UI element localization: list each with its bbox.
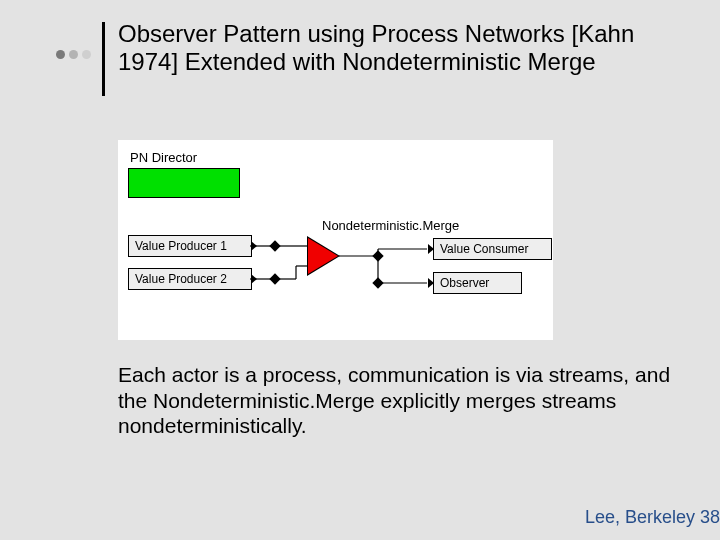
wires xyxy=(118,140,553,340)
process-network-figure: PN Director Nondeterministic.Merge Value… xyxy=(118,140,553,340)
bullet-icon xyxy=(82,50,91,59)
title-bullets xyxy=(56,50,91,59)
bullet-icon xyxy=(56,50,65,59)
caption: Each actor is a process, communication i… xyxy=(118,362,673,439)
slide: Observer Pattern using Process Networks … xyxy=(0,0,720,540)
bullet-icon xyxy=(69,50,78,59)
title-rule xyxy=(102,22,105,96)
footer: Lee, Berkeley 38 xyxy=(585,507,720,528)
page-title: Observer Pattern using Process Networks … xyxy=(118,20,688,75)
